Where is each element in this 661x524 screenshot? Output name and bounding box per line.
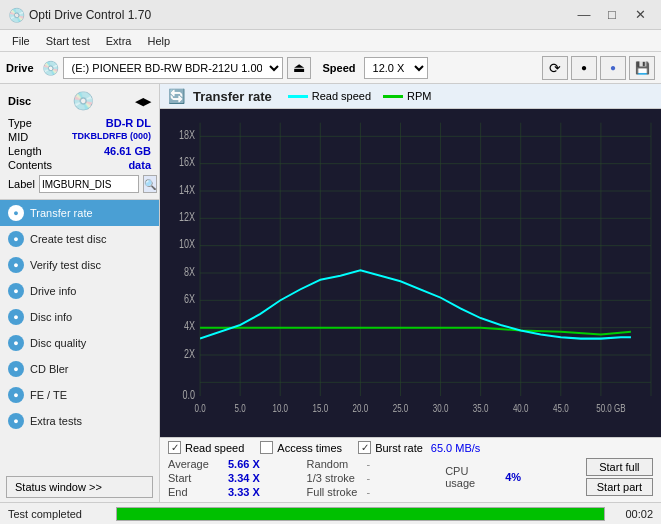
nav-icon-extra-tests: ● [8,413,24,429]
disc-label-input[interactable] [39,175,139,193]
speed-label: Speed [323,62,356,74]
chart-area: 18X 16X 14X 12X 10X 8X 6X 4X 2X 0.0 0.0 … [160,109,661,437]
status-window-button[interactable]: Status window >> [6,476,153,498]
svg-text:0.0: 0.0 [195,402,206,415]
svg-text:35.0: 35.0 [473,402,489,415]
drive-icon: 💿 [42,60,59,76]
maximize-button[interactable]: □ [599,4,625,26]
legend-rpm: RPM [383,90,431,102]
disc-length-label: Length [8,145,42,157]
stat-end-label: End [168,486,224,498]
disc-type-row: Type BD-R DL [8,116,151,130]
checkbox-burst-rate-box: ✓ [358,441,371,454]
nav-icon-cd-bler: ● [8,361,24,377]
checkmark-read-speed: ✓ [171,442,179,453]
close-button[interactable]: ✕ [627,4,653,26]
minimize-button[interactable]: — [571,4,597,26]
nav-icon-drive-info: ● [8,283,24,299]
stat-end-value: 3.33 X [228,486,268,498]
stat-1-3-stroke-row: 1/3 stroke - [307,471,446,485]
svg-text:8X: 8X [184,264,195,278]
nav-label-disc-info: Disc info [30,311,72,323]
menu-file[interactable]: File [4,33,38,49]
nav-label-drive-info: Drive info [30,285,76,297]
disc-label-icon-button[interactable]: 🔍 [143,175,157,193]
progress-bar [116,507,605,521]
stat-random-value: - [367,458,371,470]
nav-verify-test-disc[interactable]: ● Verify test disc [0,252,159,278]
svg-text:45.0: 45.0 [553,402,569,415]
stat-cpu-label: CPU usage [445,465,501,489]
disc-contents-row: Contents data [8,158,151,172]
legend-read-speed-color [288,95,308,98]
disc-label-row: Label 🔍 [8,175,151,193]
stat-start-value: 3.34 X [228,472,268,484]
start-full-button[interactable]: Start full [586,458,653,476]
nav-icon-disc-quality: ● [8,335,24,351]
nav-cd-bler[interactable]: ● CD Bler [0,356,159,382]
status-text: Test completed [8,508,108,520]
nav-disc-info[interactable]: ● Disc info [0,304,159,330]
eject-button[interactable]: ⏏ [287,57,311,79]
stats-rows: Average 5.66 X Start 3.34 X End 3.33 X R… [168,457,653,499]
checkmark-burst-rate: ✓ [361,442,369,453]
disc-section: Disc 💿 ◀▶ Type BD-R DL MID TDKBLDRFB (00… [0,84,159,200]
checkbox-access-times-label: Access times [277,442,342,454]
content-area: 🔄 Transfer rate Read speed RPM [160,84,661,502]
stat-full-stroke-value: - [367,486,371,498]
checkbox-read-speed-box: ✓ [168,441,181,454]
disc-nav-arrows[interactable]: ◀▶ [135,95,151,108]
nav-label-verify-test-disc: Verify test disc [30,259,101,271]
chart-icon: 🔄 [168,88,185,104]
disc-label-label: Label [8,178,35,190]
menu-start-test[interactable]: Start test [38,33,98,49]
legend-read-speed-label: Read speed [312,90,371,102]
nav-section: ● Transfer rate ● Create test disc ● Ver… [0,200,159,472]
blue-button[interactable]: ● [600,56,626,80]
disc-header: Disc 💿 ◀▶ [8,90,151,112]
nav-create-test-disc[interactable]: ● Create test disc [0,226,159,252]
main-area: Disc 💿 ◀▶ Type BD-R DL MID TDKBLDRFB (00… [0,84,661,502]
legend-rpm-label: RPM [407,90,431,102]
nav-transfer-rate[interactable]: ● Transfer rate [0,200,159,226]
checkboxes-row: ✓ Read speed Access times ✓ Burst rate 6… [168,441,653,454]
speed-select[interactable]: 12.0 X ↓ [364,57,428,79]
disc-contents-label: Contents [8,159,52,171]
refresh-button[interactable]: ⟳ [542,56,568,80]
stat-1-3-stroke-value: - [367,472,371,484]
svg-text:40.0: 40.0 [513,402,529,415]
app-title: Opti Drive Control 1.70 [29,8,571,22]
nav-disc-quality[interactable]: ● Disc quality [0,330,159,356]
stat-end-row: End 3.33 X [168,485,307,499]
menu-extra[interactable]: Extra [98,33,140,49]
red-button[interactable]: ● [571,56,597,80]
checkbox-burst-rate-label: Burst rate [375,442,423,454]
nav-extra-tests[interactable]: ● Extra tests [0,408,159,434]
stat-average-value: 5.66 X [228,458,268,470]
menu-help[interactable]: Help [139,33,178,49]
drive-icon-group: ⟳ ● ● 💾 [542,56,655,80]
nav-icon-disc-info: ● [8,309,24,325]
menubar: File Start test Extra Help [0,30,661,52]
legend-read-speed: Read speed [288,90,371,102]
nav-drive-info[interactable]: ● Drive info [0,278,159,304]
drive-select[interactable]: (E:) PIONEER BD-RW BDR-212U 1.00 [63,57,283,79]
svg-text:5.0: 5.0 [235,402,246,415]
checkbox-burst-rate[interactable]: ✓ Burst rate 65.0 MB/s [358,441,480,454]
svg-text:16X: 16X [179,155,195,169]
svg-text:15.0: 15.0 [313,402,329,415]
checkbox-read-speed[interactable]: ✓ Read speed [168,441,244,454]
disc-type-label: Type [8,117,32,129]
start-part-button[interactable]: Start part [586,478,653,496]
nav-icon-fe-te: ● [8,387,24,403]
disc-icon: 💿 [72,90,94,112]
checkbox-access-times[interactable]: Access times [260,441,342,454]
stat-full-stroke-row: Full stroke - [307,485,446,499]
disc-contents-value: data [128,159,151,171]
nav-fe-te[interactable]: ● FE / TE [0,382,159,408]
svg-text:50.0 GB: 50.0 GB [596,402,625,415]
chart-svg: 18X 16X 14X 12X 10X 8X 6X 4X 2X 0.0 0.0 … [160,109,661,437]
stat-cpu-row: CPU usage 4% Start full Start part [445,457,653,497]
svg-text:14X: 14X [179,182,195,196]
save-button[interactable]: 💾 [629,56,655,80]
